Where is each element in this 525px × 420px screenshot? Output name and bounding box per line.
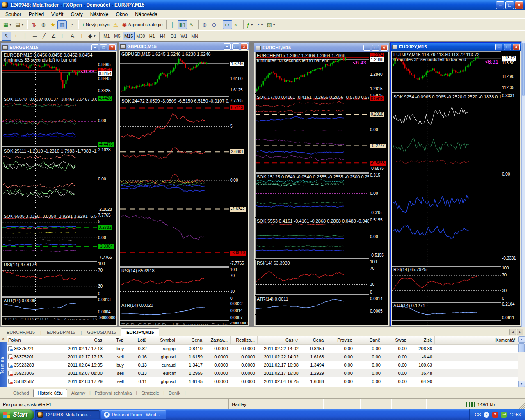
new-order-button[interactable]: +Nový pokyn xyxy=(80,20,111,29)
history-row[interactable]: 363752212011.02.17 17:13buy0.32eurgbp0.8… xyxy=(7,345,518,353)
minimize-button[interactable]: – xyxy=(363,45,370,51)
market-watch-button[interactable]: ⇅ xyxy=(29,20,39,29)
chart-plot[interactable]: TSR GBPUSD, 15 Average Daily Range xyxy=(120,322,229,325)
periods-button[interactable]: ◔▼ xyxy=(255,20,265,29)
column-header-cena[interactable]: Cena xyxy=(301,336,326,344)
timeframe-m5[interactable]: M5 xyxy=(112,32,123,40)
candlestick-mode-button[interactable]: ▮▯ xyxy=(178,20,187,29)
timeframe-m1[interactable]: M1 xyxy=(101,32,112,40)
menu-okno[interactable]: Okno xyxy=(112,11,131,18)
vertical-line-tool-button[interactable]: │ xyxy=(21,32,30,41)
trendline-tool-button[interactable]: ╱ xyxy=(39,32,49,41)
shapes-tool-button[interactable]: ◆▼ xyxy=(87,32,98,41)
taskbar-task-internet-explorer[interactable]: eDiskusní fórum - Wind... xyxy=(101,410,166,419)
column-header-typ[interactable]: Typ xyxy=(105,336,126,344)
chart-plot[interactable]: SOK 9254 -0.0965 0.0965 -0.2520 0.2520 -… xyxy=(392,94,501,265)
minimize-button[interactable]: – xyxy=(495,44,502,50)
channel-tool-button[interactable]: ∠ xyxy=(49,32,58,41)
chart-plot[interactable]: SOK 17780 0.4161 -0.4161 -0.2656 0.2656 … xyxy=(255,94,369,173)
timeframe-h1[interactable]: H1 xyxy=(147,32,158,40)
history-row[interactable]: 358825872011.02.03 17:29sell0.11gbpusd1.… xyxy=(7,377,518,386)
chart-plot[interactable]: ATR(14) 0.0011 xyxy=(255,296,369,314)
chart-plot[interactable]: EURJPY,M15 113.79 113.80 113.72 113.726 … xyxy=(392,51,501,93)
text-tool-button[interactable]: A xyxy=(68,32,77,41)
chart-plot[interactable]: GBPUSD,M15 1.6245 1.6246 1.6238 1.6246 xyxy=(120,51,229,97)
navigator-button[interactable]: ⊕ xyxy=(39,20,48,29)
chart-plot[interactable]: RSI(14) 65.7925 xyxy=(392,266,501,301)
close-button[interactable]: × xyxy=(513,44,520,50)
minimize-button[interactable]: – xyxy=(496,1,504,9)
scrollbar-thumb[interactable] xyxy=(518,343,525,352)
chart-plot[interactable]: ATR(14) 0.1271 xyxy=(392,302,501,321)
chart-tab-eurgbpm15[interactable]: EURGBP,M15 xyxy=(42,329,80,336)
chart-tab-gbpusdm15[interactable]: GBPUSD,M15 xyxy=(82,329,121,336)
zoom-out-button[interactable]: ⊖ xyxy=(210,20,219,29)
data-window-button[interactable]: ▥ xyxy=(57,20,67,29)
tab-scroll-arrow-icon[interactable]: ▸ xyxy=(517,329,523,335)
chart-plot[interactable]: RSI(14) 65.6918 xyxy=(120,267,229,301)
maximize-button[interactable]: □ xyxy=(232,43,239,50)
strategy-tester-button[interactable]: ◔ xyxy=(67,20,76,29)
minimize-button[interactable]: – xyxy=(224,43,231,50)
menu-pohled[interactable]: Pohled xyxy=(25,11,48,18)
chart-plot[interactable]: SOK 24472 3.0509 -3.0509 -6.5150 6.5150 … xyxy=(120,98,229,267)
taskbar-task-metatrader[interactable]: 1249948: MetaTrade... xyxy=(35,410,100,419)
chart-plot[interactable]: SOK 15125 0.0540 -0.0540 0.2555 -0.2555 … xyxy=(255,173,369,217)
chart-window-titlebar[interactable]: EURCHF,M15–□× xyxy=(254,43,389,52)
chart-plot[interactable]: ATR(14) 0.0009 xyxy=(2,297,97,315)
timeframe-m30[interactable]: M30 xyxy=(135,32,146,40)
chart-plot[interactable] xyxy=(392,322,501,325)
minimize-button[interactable]: – xyxy=(91,44,98,50)
timeframe-d1[interactable]: D1 xyxy=(168,32,179,40)
menu-soubor[interactable]: Soubor xyxy=(2,11,25,18)
terminal-tab-strategie[interactable]: Strategie xyxy=(137,389,163,397)
history-row[interactable]: 359233062011.02.07 08:00sell0.13eurchf1.… xyxy=(7,369,518,377)
templates-button[interactable]: ▧▼ xyxy=(265,20,277,29)
timeframe-w1[interactable]: W1 xyxy=(179,32,189,40)
close-button[interactable]: × xyxy=(109,44,116,50)
column-header-pokyn[interactable]: Pokyn xyxy=(7,336,44,344)
terminal-tab-historieuctu[interactable]: Historie účtu xyxy=(33,389,67,397)
chart-window-titlebar[interactable]: EURJPY,M15–□× xyxy=(391,43,521,51)
chart-tab-eurjpym15[interactable]: EURJPY,M15 xyxy=(121,328,159,336)
cursor-tool-button[interactable]: ↖ xyxy=(2,32,11,41)
column-header-swap[interactable]: Swap xyxy=(383,336,409,344)
column-header-zisk[interactable]: Zisk xyxy=(409,336,435,344)
menu-napoveda[interactable]: Nápověda xyxy=(131,11,161,18)
zoom-in-button[interactable]: ⊕ xyxy=(200,20,210,29)
language-indicator[interactable]: CS xyxy=(475,412,481,417)
chart-window-titlebar[interactable]: GBPUSD,M15–□× xyxy=(119,42,249,50)
indicators-list-button[interactable]: ƒ▼ xyxy=(245,20,255,29)
scrollbar-thumb[interactable] xyxy=(522,43,525,96)
mdi-vertical-scrollbar[interactable] xyxy=(521,41,525,327)
terminal-tab-denik[interactable]: Deník xyxy=(164,389,185,397)
chart-plot[interactable]: SOK 5553 0.4161 -0.4161 -0.2868 0.2868 0… xyxy=(255,218,369,259)
chart-tab-eurchfm15[interactable]: EURCHF,M15 xyxy=(2,329,40,336)
column-header-lotu[interactable]: Lotů xyxy=(126,336,149,344)
horizontal-line-tool-button[interactable]: ─ xyxy=(30,32,39,41)
terminal-tab-postovnischranka[interactable]: Poštovní schránka xyxy=(91,389,136,397)
column-header-komentar[interactable]: Komentář xyxy=(435,336,518,344)
chart-plot[interactable]: EURGBP,M15 0.8456 0.8458 0.8452 0.84546 … xyxy=(2,52,97,95)
line-chart-mode-button[interactable]: ∿ xyxy=(187,20,196,29)
history-row[interactable]: 363752012011.02.17 17:13sell0.16gbpusd1.… xyxy=(7,353,518,361)
close-button[interactable]: × xyxy=(241,43,248,50)
menu-nastroje[interactable]: Nástroje xyxy=(87,11,112,18)
new-chart-button[interactable]: ▦▼ xyxy=(2,20,14,29)
close-button[interactable]: × xyxy=(515,1,523,9)
auto-scroll-button[interactable]: ↦ xyxy=(223,20,232,29)
bar-chart-mode-button[interactable]: ║ xyxy=(168,20,178,29)
crosshair-tool-button[interactable]: + xyxy=(11,32,21,41)
history-row[interactable]: 359232832011.02.04 19:05buy0.13euraud1.3… xyxy=(7,361,518,369)
tray-disconnect-icon[interactable]: × xyxy=(492,412,498,418)
close-button[interactable]: × xyxy=(381,45,388,51)
menu-grafy[interactable]: Grafy xyxy=(67,11,86,18)
start-button[interactable]: Start xyxy=(0,409,34,420)
timeframe-m15[interactable]: M15 xyxy=(123,32,135,40)
chart-plot[interactable]: ATR(14) 0.0020 xyxy=(120,302,229,321)
chart-plot[interactable]: RSI(14) 47.8174 xyxy=(2,261,97,297)
column-header-zastav[interactable]: Zastav... xyxy=(205,336,231,344)
chart-plot[interactable] xyxy=(255,315,369,325)
chart-plot[interactable]: SOK 6505 3.0350 -3.0350 -3.9291 3.9291 -… xyxy=(2,213,97,260)
chart-plot[interactable]: EURCHF,M15 1.2867 1.2869 1.2864 1.28686 … xyxy=(255,52,369,93)
